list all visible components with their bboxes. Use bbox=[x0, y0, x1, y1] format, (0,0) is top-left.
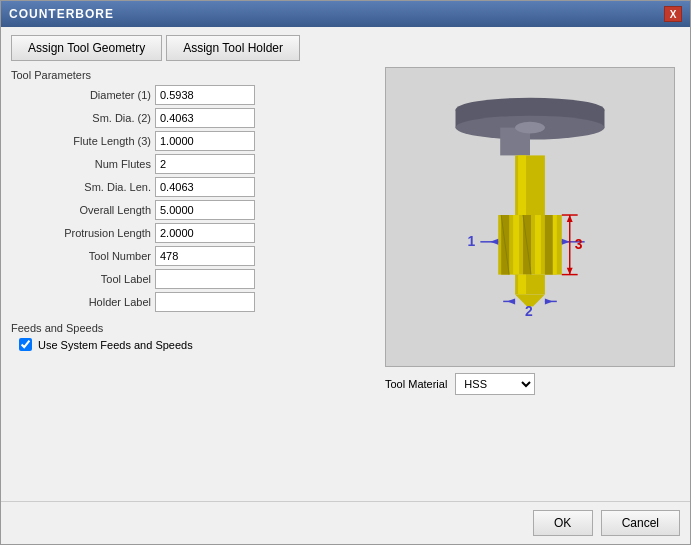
sm-dia-len-row: Sm. Dia. Len. bbox=[11, 177, 375, 197]
use-system-feeds-checkbox[interactable] bbox=[19, 338, 32, 351]
top-button-group: Assign Tool Geometry Assign Tool Holder bbox=[11, 35, 680, 61]
sm-dia-input[interactable] bbox=[155, 108, 255, 128]
diameter-row: Diameter (1) bbox=[11, 85, 375, 105]
content-area: Assign Tool Geometry Assign Tool Holder … bbox=[1, 27, 690, 501]
left-panel: Tool Parameters Diameter (1) Sm. Dia. (2… bbox=[11, 67, 375, 493]
feeds-section: Feeds and Speeds Use System Feeds and Sp… bbox=[11, 320, 375, 351]
svg-rect-18 bbox=[518, 275, 526, 295]
svg-rect-14 bbox=[535, 215, 541, 275]
sm-dia-label: Sm. Dia. (2) bbox=[11, 112, 151, 124]
protrusion-length-label: Protrusion Length bbox=[11, 227, 151, 239]
main-window: COUNTERBORE X Assign Tool Geometry Assig… bbox=[0, 0, 691, 545]
use-system-feeds-row: Use System Feeds and Speeds bbox=[19, 338, 375, 351]
title-bar: COUNTERBORE X bbox=[1, 1, 690, 27]
sm-dia-len-input[interactable] bbox=[155, 177, 255, 197]
tool-label-input[interactable] bbox=[155, 269, 255, 289]
window-title: COUNTERBORE bbox=[9, 7, 114, 21]
tool-label-row: Tool Label bbox=[11, 269, 375, 289]
holder-label-row: Holder Label bbox=[11, 292, 375, 312]
overall-length-row: Overall Length bbox=[11, 200, 375, 220]
num-flutes-label: Num Flutes bbox=[11, 158, 151, 170]
assign-holder-button[interactable]: Assign Tool Holder bbox=[166, 35, 300, 61]
diameter-input[interactable] bbox=[155, 85, 255, 105]
svg-text:1: 1 bbox=[467, 233, 475, 249]
protrusion-length-input[interactable] bbox=[155, 223, 255, 243]
flute-length-row: Flute Length (3) bbox=[11, 131, 375, 151]
svg-rect-15 bbox=[545, 215, 553, 275]
tool-number-input[interactable] bbox=[155, 246, 255, 266]
tool-diagram-svg: 1 2 3 bbox=[386, 68, 674, 366]
num-flutes-row: Num Flutes bbox=[11, 154, 375, 174]
feeds-label: Feeds and Speeds bbox=[11, 322, 375, 334]
sm-dia-row: Sm. Dia. (2) bbox=[11, 108, 375, 128]
flute-length-label: Flute Length (3) bbox=[11, 135, 151, 147]
ok-button[interactable]: OK bbox=[533, 510, 593, 536]
flute-length-input[interactable] bbox=[155, 131, 255, 151]
tool-number-row: Tool Number bbox=[11, 246, 375, 266]
num-flutes-input[interactable] bbox=[155, 154, 255, 174]
svg-rect-16 bbox=[553, 215, 557, 275]
diameter-label: Diameter (1) bbox=[11, 89, 151, 101]
cancel-button[interactable]: Cancel bbox=[601, 510, 680, 536]
form-area: Diameter (1) Sm. Dia. (2) Flute Length (… bbox=[11, 85, 375, 312]
bottom-button-group: OK Cancel bbox=[1, 501, 690, 544]
tool-image: 1 2 3 bbox=[385, 67, 675, 367]
holder-label-input[interactable] bbox=[155, 292, 255, 312]
tool-material-row: Tool Material HSS Carbide Cobalt bbox=[385, 373, 535, 395]
svg-rect-7 bbox=[518, 155, 526, 215]
overall-length-input[interactable] bbox=[155, 200, 255, 220]
use-system-feeds-label: Use System Feeds and Speeds bbox=[38, 339, 193, 351]
tool-material-label: Tool Material bbox=[385, 378, 447, 390]
overall-length-label: Overall Length bbox=[11, 204, 151, 216]
svg-text:2: 2 bbox=[525, 303, 533, 319]
tool-label-label: Tool Label bbox=[11, 273, 151, 285]
svg-point-5 bbox=[515, 122, 545, 134]
protrusion-length-row: Protrusion Length bbox=[11, 223, 375, 243]
right-panel: 1 2 3 bbox=[385, 67, 680, 493]
assign-geometry-button[interactable]: Assign Tool Geometry bbox=[11, 35, 162, 61]
svg-text:3: 3 bbox=[575, 236, 583, 252]
tool-parameters-label: Tool Parameters bbox=[11, 69, 375, 81]
tool-material-select[interactable]: HSS Carbide Cobalt bbox=[455, 373, 535, 395]
sm-dia-len-label: Sm. Dia. Len. bbox=[11, 181, 151, 193]
holder-label-label: Holder Label bbox=[11, 296, 151, 308]
tool-number-label: Tool Number bbox=[11, 250, 151, 262]
main-content: Tool Parameters Diameter (1) Sm. Dia. (2… bbox=[11, 67, 680, 493]
close-button[interactable]: X bbox=[664, 6, 682, 22]
svg-rect-11 bbox=[513, 215, 519, 275]
